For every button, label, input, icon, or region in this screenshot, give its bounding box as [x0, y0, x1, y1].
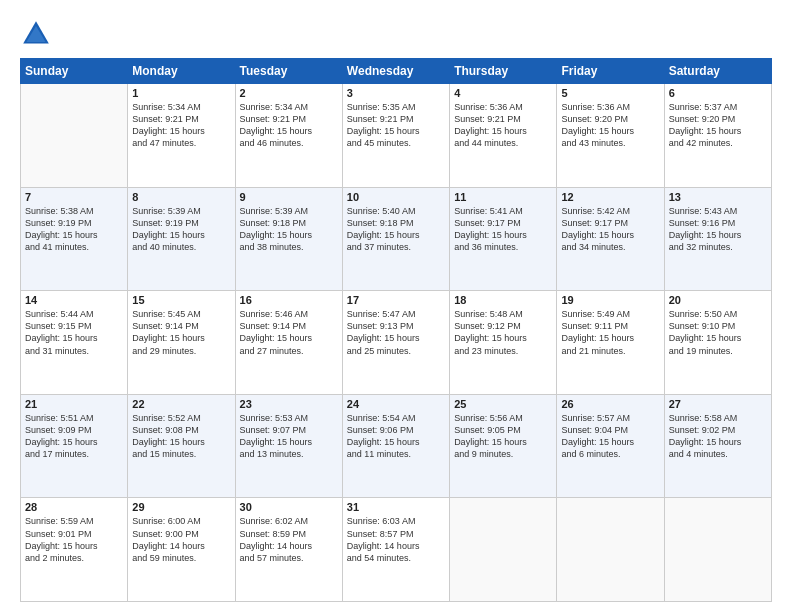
- calendar-cell: 13Sunrise: 5:43 AM Sunset: 9:16 PM Dayli…: [664, 187, 771, 291]
- calendar-cell: 1Sunrise: 5:34 AM Sunset: 9:21 PM Daylig…: [128, 84, 235, 188]
- day-number: 22: [132, 398, 230, 410]
- day-number: 21: [25, 398, 123, 410]
- day-info: Sunrise: 5:34 AM Sunset: 9:21 PM Dayligh…: [132, 101, 230, 150]
- day-info: Sunrise: 6:00 AM Sunset: 9:00 PM Dayligh…: [132, 515, 230, 564]
- day-number: 10: [347, 191, 445, 203]
- day-number: 3: [347, 87, 445, 99]
- calendar-cell: 6Sunrise: 5:37 AM Sunset: 9:20 PM Daylig…: [664, 84, 771, 188]
- calendar-header-friday: Friday: [557, 59, 664, 84]
- day-number: 27: [669, 398, 767, 410]
- day-number: 15: [132, 294, 230, 306]
- calendar-cell: 24Sunrise: 5:54 AM Sunset: 9:06 PM Dayli…: [342, 394, 449, 498]
- calendar-cell: 19Sunrise: 5:49 AM Sunset: 9:11 PM Dayli…: [557, 291, 664, 395]
- calendar-cell: 22Sunrise: 5:52 AM Sunset: 9:08 PM Dayli…: [128, 394, 235, 498]
- day-info: Sunrise: 5:39 AM Sunset: 9:18 PM Dayligh…: [240, 205, 338, 254]
- day-number: 1: [132, 87, 230, 99]
- calendar-week-row: 21Sunrise: 5:51 AM Sunset: 9:09 PM Dayli…: [21, 394, 772, 498]
- calendar-header-wednesday: Wednesday: [342, 59, 449, 84]
- day-info: Sunrise: 5:36 AM Sunset: 9:21 PM Dayligh…: [454, 101, 552, 150]
- day-number: 24: [347, 398, 445, 410]
- day-number: 16: [240, 294, 338, 306]
- calendar-cell: 15Sunrise: 5:45 AM Sunset: 9:14 PM Dayli…: [128, 291, 235, 395]
- day-number: 9: [240, 191, 338, 203]
- day-info: Sunrise: 5:49 AM Sunset: 9:11 PM Dayligh…: [561, 308, 659, 357]
- day-info: Sunrise: 5:35 AM Sunset: 9:21 PM Dayligh…: [347, 101, 445, 150]
- day-number: 30: [240, 501, 338, 513]
- day-number: 28: [25, 501, 123, 513]
- day-number: 6: [669, 87, 767, 99]
- calendar-cell: 25Sunrise: 5:56 AM Sunset: 9:05 PM Dayli…: [450, 394, 557, 498]
- calendar-cell: 23Sunrise: 5:53 AM Sunset: 9:07 PM Dayli…: [235, 394, 342, 498]
- calendar-cell: 7Sunrise: 5:38 AM Sunset: 9:19 PM Daylig…: [21, 187, 128, 291]
- calendar-cell: 2Sunrise: 5:34 AM Sunset: 9:21 PM Daylig…: [235, 84, 342, 188]
- calendar-table: SundayMondayTuesdayWednesdayThursdayFrid…: [20, 58, 772, 602]
- day-number: 5: [561, 87, 659, 99]
- calendar-cell: [21, 84, 128, 188]
- calendar-cell: 14Sunrise: 5:44 AM Sunset: 9:15 PM Dayli…: [21, 291, 128, 395]
- day-info: Sunrise: 5:59 AM Sunset: 9:01 PM Dayligh…: [25, 515, 123, 564]
- calendar-cell: 10Sunrise: 5:40 AM Sunset: 9:18 PM Dayli…: [342, 187, 449, 291]
- logo-icon: [20, 18, 52, 50]
- day-number: 8: [132, 191, 230, 203]
- calendar-header-thursday: Thursday: [450, 59, 557, 84]
- day-number: 12: [561, 191, 659, 203]
- day-info: Sunrise: 5:42 AM Sunset: 9:17 PM Dayligh…: [561, 205, 659, 254]
- day-info: Sunrise: 5:48 AM Sunset: 9:12 PM Dayligh…: [454, 308, 552, 357]
- day-number: 7: [25, 191, 123, 203]
- day-number: 25: [454, 398, 552, 410]
- calendar-cell: 9Sunrise: 5:39 AM Sunset: 9:18 PM Daylig…: [235, 187, 342, 291]
- logo: [20, 18, 56, 50]
- day-info: Sunrise: 5:47 AM Sunset: 9:13 PM Dayligh…: [347, 308, 445, 357]
- day-number: 26: [561, 398, 659, 410]
- calendar-week-row: 1Sunrise: 5:34 AM Sunset: 9:21 PM Daylig…: [21, 84, 772, 188]
- calendar-cell: 12Sunrise: 5:42 AM Sunset: 9:17 PM Dayli…: [557, 187, 664, 291]
- day-number: 23: [240, 398, 338, 410]
- calendar-header-row: SundayMondayTuesdayWednesdayThursdayFrid…: [21, 59, 772, 84]
- header: [20, 18, 772, 50]
- calendar-cell: 21Sunrise: 5:51 AM Sunset: 9:09 PM Dayli…: [21, 394, 128, 498]
- calendar-cell: 26Sunrise: 5:57 AM Sunset: 9:04 PM Dayli…: [557, 394, 664, 498]
- day-info: Sunrise: 5:45 AM Sunset: 9:14 PM Dayligh…: [132, 308, 230, 357]
- day-number: 20: [669, 294, 767, 306]
- day-number: 13: [669, 191, 767, 203]
- calendar-cell: 16Sunrise: 5:46 AM Sunset: 9:14 PM Dayli…: [235, 291, 342, 395]
- day-info: Sunrise: 5:58 AM Sunset: 9:02 PM Dayligh…: [669, 412, 767, 461]
- calendar-cell: 4Sunrise: 5:36 AM Sunset: 9:21 PM Daylig…: [450, 84, 557, 188]
- day-info: Sunrise: 5:40 AM Sunset: 9:18 PM Dayligh…: [347, 205, 445, 254]
- calendar-cell: 8Sunrise: 5:39 AM Sunset: 9:19 PM Daylig…: [128, 187, 235, 291]
- day-number: 11: [454, 191, 552, 203]
- day-number: 14: [25, 294, 123, 306]
- calendar-cell: 20Sunrise: 5:50 AM Sunset: 9:10 PM Dayli…: [664, 291, 771, 395]
- calendar-cell: 11Sunrise: 5:41 AM Sunset: 9:17 PM Dayli…: [450, 187, 557, 291]
- calendar-cell: 27Sunrise: 5:58 AM Sunset: 9:02 PM Dayli…: [664, 394, 771, 498]
- page: SundayMondayTuesdayWednesdayThursdayFrid…: [0, 0, 792, 612]
- day-info: Sunrise: 5:38 AM Sunset: 9:19 PM Dayligh…: [25, 205, 123, 254]
- day-info: Sunrise: 5:50 AM Sunset: 9:10 PM Dayligh…: [669, 308, 767, 357]
- day-info: Sunrise: 5:41 AM Sunset: 9:17 PM Dayligh…: [454, 205, 552, 254]
- day-info: Sunrise: 5:53 AM Sunset: 9:07 PM Dayligh…: [240, 412, 338, 461]
- calendar-week-row: 28Sunrise: 5:59 AM Sunset: 9:01 PM Dayli…: [21, 498, 772, 602]
- day-info: Sunrise: 5:34 AM Sunset: 9:21 PM Dayligh…: [240, 101, 338, 150]
- day-info: Sunrise: 5:43 AM Sunset: 9:16 PM Dayligh…: [669, 205, 767, 254]
- calendar-cell: 17Sunrise: 5:47 AM Sunset: 9:13 PM Dayli…: [342, 291, 449, 395]
- calendar-cell: 18Sunrise: 5:48 AM Sunset: 9:12 PM Dayli…: [450, 291, 557, 395]
- day-info: Sunrise: 5:39 AM Sunset: 9:19 PM Dayligh…: [132, 205, 230, 254]
- calendar-cell: 30Sunrise: 6:02 AM Sunset: 8:59 PM Dayli…: [235, 498, 342, 602]
- day-info: Sunrise: 5:51 AM Sunset: 9:09 PM Dayligh…: [25, 412, 123, 461]
- calendar-week-row: 7Sunrise: 5:38 AM Sunset: 9:19 PM Daylig…: [21, 187, 772, 291]
- calendar-header-sunday: Sunday: [21, 59, 128, 84]
- day-info: Sunrise: 6:03 AM Sunset: 8:57 PM Dayligh…: [347, 515, 445, 564]
- day-number: 29: [132, 501, 230, 513]
- day-info: Sunrise: 5:37 AM Sunset: 9:20 PM Dayligh…: [669, 101, 767, 150]
- day-info: Sunrise: 5:56 AM Sunset: 9:05 PM Dayligh…: [454, 412, 552, 461]
- day-info: Sunrise: 5:44 AM Sunset: 9:15 PM Dayligh…: [25, 308, 123, 357]
- calendar-header-monday: Monday: [128, 59, 235, 84]
- day-info: Sunrise: 5:52 AM Sunset: 9:08 PM Dayligh…: [132, 412, 230, 461]
- day-info: Sunrise: 5:36 AM Sunset: 9:20 PM Dayligh…: [561, 101, 659, 150]
- day-number: 19: [561, 294, 659, 306]
- calendar-cell: [557, 498, 664, 602]
- calendar-cell: [664, 498, 771, 602]
- calendar-cell: 3Sunrise: 5:35 AM Sunset: 9:21 PM Daylig…: [342, 84, 449, 188]
- day-number: 31: [347, 501, 445, 513]
- calendar-cell: 31Sunrise: 6:03 AM Sunset: 8:57 PM Dayli…: [342, 498, 449, 602]
